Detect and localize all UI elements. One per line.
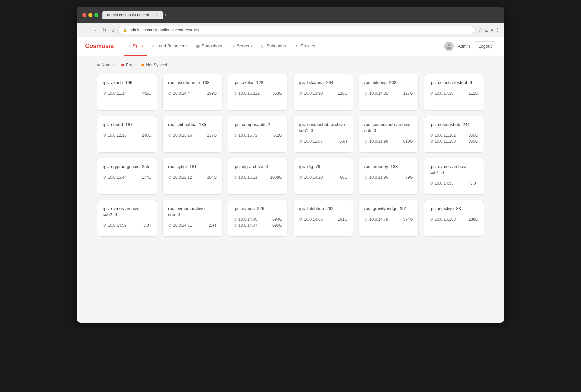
card-size: 199G [207, 91, 217, 96]
url-text: admin.cosmosia.notional.ventures/rpcs [129, 28, 198, 32]
rpc-card[interactable]: rpc_cosmoshub_241 ⏱ 10.0.11.102 355G ⏱ 1… [424, 116, 484, 153]
rpc-card[interactable]: rpc_emoney_133 ⏱ 10.0.11.96 39G [359, 158, 419, 195]
rpc-card[interactable]: rpc_dig-archive_0 ⏱ 10.0.16.11 1008G [228, 158, 288, 195]
rpc-card[interactable]: rpc_evmos_226 ⏱ 10.0.14.46 694G ⏱ 10.0.1… [228, 200, 288, 237]
clock-icon: ⏱ [233, 91, 237, 95]
card-size: 240G [142, 133, 151, 138]
card-size: 66G [340, 175, 348, 180]
rpc-card[interactable]: rpc_akash_199 ⏱ 10.0.11.14 442G [97, 74, 157, 111]
card-info: ⏱ 10.0.14.46 694G [233, 217, 282, 222]
clock-icon: ⏱ [233, 133, 237, 137]
card-info-2: ⏱ 10.0.14.47 695G [233, 223, 282, 228]
app-logo[interactable]: Cosmosia [85, 37, 114, 55]
menu-icon[interactable]: ⋮ [495, 27, 500, 33]
clock-icon: ⏱ [364, 139, 368, 143]
rpc-card[interactable]: rpc_fetchhub_262 ⏱ 10.0.14.86 101G [293, 200, 353, 237]
card-ip: ⏱ 10.0.14.46 [233, 217, 257, 222]
card-ip: ⏱ 10.0.15.44 [103, 175, 127, 180]
clock-icon: ⏱ [103, 91, 106, 95]
rpc-card[interactable]: rpc_cosmoshub-archive-sub_0 ⏱ 10.0.11.99… [359, 116, 419, 153]
card-size: 3.0T [143, 223, 151, 228]
card-title: rpc_cryptoorgchain_255 [103, 164, 151, 170]
card-title: rpc_injective_83 [430, 206, 478, 212]
card-title: rpc_dig_79 [299, 164, 348, 170]
card-info: ⏱ 10.0.17.36 112G [430, 91, 478, 96]
new-tab-button[interactable]: + [164, 12, 167, 18]
card-size-2: 355G [469, 139, 478, 144]
refresh-button[interactable]: ↻ [101, 27, 108, 33]
browser-tab-active[interactable]: admin.cosmosia.notient... ✕ [102, 11, 163, 19]
error-dot [121, 64, 124, 66]
rpc-card[interactable]: rpc_cyber_181 ⏱ 10.0.12.12 164G [162, 158, 222, 195]
nav-item-rpcs[interactable]: ○Rpcs [124, 37, 147, 56]
clock-icon: ⏱ [364, 175, 368, 179]
card-info: ⏱ 10.0.14.86 101G [299, 217, 348, 222]
card-info: ⏱ 10.0.15.72 6.2G [233, 133, 282, 138]
rpc-card[interactable]: rpc_celestia-testnet_9 ⏱ 10.0.17.36 112G [424, 74, 484, 111]
proxies-label: Proxies [301, 43, 315, 48]
rpc-card[interactable]: rpc_composable_2 ⏱ 10.0.15.72 6.2G [228, 116, 288, 153]
card-size: 177G [142, 175, 151, 180]
card-size: 2.4T [209, 223, 217, 228]
tab-bar: admin.cosmosia.notient... ✕ + [102, 11, 499, 19]
rpc-card[interactable]: rpc_assetmantle_138 ⏱ 10.0.14.4 199G [162, 74, 222, 111]
rpc-card[interactable]: rpc_cryptoorgchain_255 ⏱ 10.0.15.44 177G [97, 158, 157, 195]
card-info: ⏱ 10.0.16.183 238G [430, 217, 478, 222]
card-ip: ⏱ 10.0.12.12 [168, 175, 192, 180]
card-size: 5.6T [340, 139, 348, 144]
card-size: 1008G [270, 175, 282, 180]
card-ip: ⏱ 10.0.11.87 [299, 139, 323, 144]
logout-button[interactable]: Logout [474, 41, 496, 51]
rpc-card[interactable]: rpc_dig_79 ⏱ 10.0.14.20 66G [293, 158, 353, 195]
back-button[interactable]: ← [81, 27, 88, 33]
rpc-card[interactable]: rpc_injective_83 ⏱ 10.0.16.183 238G [424, 200, 484, 237]
clock-icon: ⏱ [233, 175, 237, 179]
close-button[interactable] [82, 13, 86, 17]
rpc-card[interactable]: rpc_bitsong_262 ⏱ 10.0.14.82 127G [359, 74, 419, 111]
clock-icon: ⏱ [233, 217, 237, 221]
legend-not-synced: Not-Synced [141, 63, 167, 67]
lock-icon: 🔒 [123, 28, 127, 32]
card-ip: ⏱ 10.0.14.78 [364, 217, 388, 222]
home-button[interactable]: ⌂ [110, 27, 116, 33]
card-info: ⏱ 10.0.14.55 3.0T [430, 181, 478, 186]
card-title: rpc_bitcanna_264 [299, 80, 348, 86]
rpc-card[interactable]: rpc_gravitybridge_251 ⏱ 10.0.14.78 574G [359, 200, 419, 237]
nav-item-load-balancers[interactable]: ○Load Balancers [148, 37, 191, 56]
card-ip: ⏱ 10.0.13.16 [168, 133, 192, 138]
card-info: ⏱ 10.0.16.11 1008G [233, 175, 282, 180]
card-ip: ⏱ 10.0.12.16 [103, 133, 127, 138]
rpc-card[interactable]: rpc_bitcanna_264 ⏱ 10.0.13.90 120G [293, 74, 353, 111]
normal-dot [97, 64, 100, 66]
profile-icon[interactable]: ● [491, 27, 493, 33]
clock-icon: ⏱ [430, 217, 433, 221]
tab-close-icon[interactable]: ✕ [155, 13, 158, 17]
address-bar[interactable]: 🔒 admin.cosmosia.notional.ventures/rpcs [118, 26, 475, 34]
rpc-card[interactable]: rpc_axelar_128 ⏱ 10.0.15.222 363G [228, 74, 288, 111]
nav-item-subnodes[interactable]: ⊟Subnodes [257, 37, 290, 56]
card-ip: ⏱ 10.0.11.96 [364, 175, 388, 180]
card-size: 574G [403, 217, 413, 222]
nav-item-servers[interactable]: ⊞Servers [227, 37, 256, 56]
card-ip: ⏱ 10.0.14.20 [299, 175, 323, 180]
rpc-card[interactable]: rpc_evmos-archive-sub_0 ⏱ 10.0.14.61 2.4… [162, 200, 222, 237]
forward-button[interactable]: → [91, 27, 98, 33]
rpc-card[interactable]: rpc_evmos-archive-sub2_0 ⏱ 10.0.14.59 3.… [97, 200, 157, 237]
minimize-button[interactable] [88, 13, 92, 17]
rpc-card[interactable]: rpc_cheqd_187 ⏱ 10.0.12.16 240G [97, 116, 157, 153]
browser-actions: ☆ ⊡ ● ⋮ [478, 27, 500, 33]
rpc-card[interactable]: rpc_evmos-archive-sub1_0 ⏱ 10.0.14.55 3.… [424, 158, 484, 195]
proxies-icon: ✦ [295, 44, 299, 48]
servers-label: Servers [237, 43, 252, 48]
card-size: 112G [469, 91, 478, 96]
card-ip: ⏱ 10.0.14.61 [168, 223, 192, 228]
rpc-card[interactable]: rpc_cosmoshub-archive-sub1_0 ⏱ 10.0.11.8… [293, 116, 353, 153]
extensions-icon[interactable]: ⊡ [485, 27, 489, 33]
nav-item-proxies[interactable]: ✦Proxies [291, 37, 319, 56]
bookmark-icon[interactable]: ☆ [478, 27, 483, 33]
maximize-button[interactable] [94, 13, 98, 17]
servers-icon: ⊞ [231, 44, 235, 48]
nav-item-snapshots[interactable]: ▦Snapshots [192, 37, 226, 56]
rpcs-icon: ○ [128, 44, 131, 48]
rpc-card[interactable]: rpc_chihuahua_185 ⏱ 10.0.13.16 237G [162, 116, 222, 153]
